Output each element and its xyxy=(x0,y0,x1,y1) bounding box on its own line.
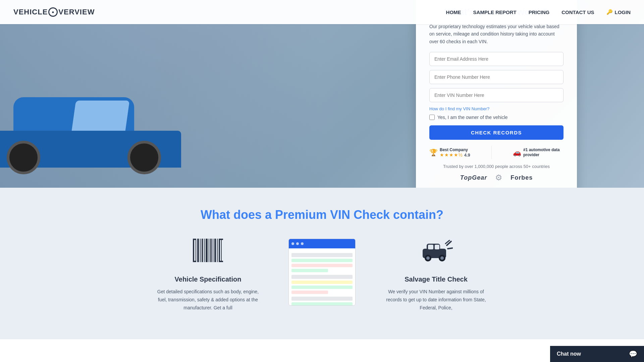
hero-section: What's your car worth? Our proprietary t… xyxy=(0,0,644,188)
feature-vehicle-spec: Vehicle Specification Get detailed speci… xyxy=(154,239,262,312)
svg-rect-1 xyxy=(196,239,196,262)
press-logos: TopGear ⚙ Forbes xyxy=(429,173,564,182)
key-icon: 🔑 xyxy=(606,9,613,15)
svg-rect-7 xyxy=(209,239,209,262)
svg-rect-3 xyxy=(200,239,201,262)
svg-point-25 xyxy=(440,256,444,260)
login-label: LOGIN xyxy=(615,9,631,15)
logo-text-part2: VERVIEW xyxy=(58,8,95,16)
svg-rect-21 xyxy=(435,245,439,249)
car-crash-icon xyxy=(419,239,453,269)
feature-spec-desc: Get detailed specifications such as body… xyxy=(154,288,262,312)
svg-rect-2 xyxy=(197,239,199,262)
svg-rect-16 xyxy=(220,239,223,240)
hero-car-image xyxy=(0,34,221,188)
svg-rect-0 xyxy=(193,239,194,262)
forbes-logo: Forbes xyxy=(511,174,533,181)
rating-number: 4.9 xyxy=(464,153,470,158)
owner-checkbox-label: Yes, I am the owner of the vehicle xyxy=(437,115,508,120)
nav-links: HOME SAMPLE REPORT PRICING CONTACT US 🔑 … xyxy=(446,9,631,15)
car-windshield xyxy=(72,101,130,131)
car-wheel-left xyxy=(7,141,40,174)
check-records-button[interactable]: CHECK RECORDS xyxy=(429,125,564,140)
owner-checkbox-row: Yes, I am the owner of the vehicle xyxy=(429,115,564,120)
vin-check-card: What's your car worth? Our proprietary t… xyxy=(416,0,577,188)
svg-rect-15 xyxy=(193,261,196,262)
svg-rect-9 xyxy=(213,239,213,262)
svg-rect-11 xyxy=(217,239,218,262)
logo[interactable]: VEHICLE ● VERVIEW xyxy=(13,7,95,17)
svg-rect-4 xyxy=(202,239,203,262)
nav-login[interactable]: 🔑 LOGIN xyxy=(606,9,631,15)
chat-icon: 💬 xyxy=(629,350,637,358)
navbar: VEHICLE ● VERVIEW HOME SAMPLE REPORT PRI… xyxy=(0,0,644,24)
topgear-logo: TopGear xyxy=(460,174,487,181)
nav-home[interactable]: HOME xyxy=(446,9,461,15)
section-title: What does a Premium VIN Check contain? xyxy=(13,208,631,222)
automotive-badge: 🚗 #1 automotive data provider xyxy=(513,147,564,158)
features-grid: Vehicle Specification Get detailed speci… xyxy=(13,239,631,312)
rating-stars: ★★★★½ xyxy=(440,152,463,158)
svg-rect-14 xyxy=(193,239,196,240)
nav-sample-report[interactable]: SAMPLE REPORT xyxy=(473,9,517,15)
svg-rect-12 xyxy=(219,239,220,262)
best-company-badge: 🏆 Best Company ★★★★½ 4.9 xyxy=(429,147,470,158)
svg-rect-6 xyxy=(206,239,208,262)
vin-input[interactable] xyxy=(429,88,564,102)
logo-text-part1: VEHICLE xyxy=(13,8,48,16)
barcode-icon xyxy=(193,239,223,269)
svg-rect-17 xyxy=(220,261,223,262)
chat-label: Chat now xyxy=(557,351,581,357)
section-title-end: contain? xyxy=(390,208,443,222)
feature-spec-title: Vehicle Specification xyxy=(175,276,241,283)
best-company-icon: 🏆 xyxy=(429,148,438,157)
report-preview-image xyxy=(288,239,356,306)
badges-row: 🏆 Best Company ★★★★½ 4.9 🚗 #1 automotive… xyxy=(429,146,564,159)
owner-checkbox[interactable] xyxy=(429,115,435,120)
trusted-text: Trusted by over 1,000,000 people across … xyxy=(429,164,564,169)
logo-icon: ● xyxy=(48,7,58,17)
chat-widget[interactable]: Chat now 💬 xyxy=(550,346,644,362)
svg-point-23 xyxy=(426,256,430,260)
phone-input[interactable] xyxy=(429,70,564,84)
badge-divider xyxy=(491,146,492,159)
section-title-highlight: Premium VIN Check xyxy=(275,208,390,222)
svg-rect-5 xyxy=(204,239,205,262)
feature-salvage-title: Salvage Title Check xyxy=(405,276,468,283)
automotive-icon: 🚗 xyxy=(513,148,521,157)
nav-pricing[interactable]: PRICING xyxy=(529,9,550,15)
press-divider-icon: ⚙ xyxy=(495,173,502,182)
best-company-name: Best Company xyxy=(440,147,470,152)
card-description: Our proprietary technology estimates you… xyxy=(429,23,564,45)
svg-rect-20 xyxy=(428,245,433,249)
car-wheel-right xyxy=(127,141,161,174)
feature-salvage-desc: We verify your VIN Number against millio… xyxy=(382,288,490,312)
svg-rect-8 xyxy=(210,239,212,262)
feature-salvage-check: Salvage Title Check We verify your VIN N… xyxy=(382,239,490,312)
svg-line-27 xyxy=(448,248,453,249)
vin-help-link[interactable]: How do I find my VIN Number? xyxy=(429,106,564,111)
car-shape xyxy=(0,101,181,168)
nav-contact-us[interactable]: CONTACT US xyxy=(561,9,594,15)
svg-rect-10 xyxy=(214,239,216,262)
email-input[interactable] xyxy=(429,52,564,66)
svg-rect-13 xyxy=(221,239,222,262)
feature-vin-report xyxy=(288,239,356,312)
section-title-plain: What does a xyxy=(201,208,275,222)
automotive-label: #1 automotive data provider xyxy=(523,147,564,158)
features-section: What does a Premium VIN Check contain? xyxy=(0,188,644,339)
